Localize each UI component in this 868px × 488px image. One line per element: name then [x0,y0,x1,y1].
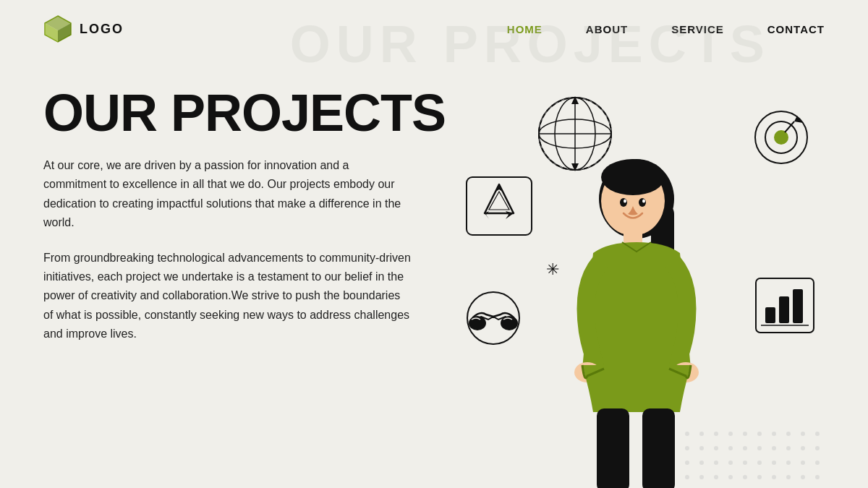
svg-rect-37 [597,408,629,488]
svg-point-39 [620,198,627,207]
nav-contact[interactable]: CONTACT [767,23,825,35]
svg-point-43 [685,432,689,436]
chart-icon [752,275,817,339]
svg-point-61 [801,446,805,450]
svg-rect-26 [765,307,775,323]
svg-point-54 [699,446,704,450]
svg-point-77 [743,475,747,479]
svg-point-50 [786,432,791,436]
svg-point-70 [786,461,791,465]
description-paragraph-1: At our core, we are driven by a passion … [43,156,412,233]
svg-point-65 [714,461,718,465]
nav-service[interactable]: SERVICE [671,23,724,35]
svg-point-42 [642,200,645,203]
svg-point-69 [772,461,776,465]
svg-point-55 [714,446,718,450]
svg-point-63 [685,461,689,465]
nav-home[interactable]: HOME [507,23,542,35]
target-icon [752,108,810,169]
main-nav: HOME ABOUT SERVICE CONTACT [507,23,825,35]
svg-point-67 [743,461,747,465]
svg-point-58 [757,446,762,450]
svg-rect-38 [642,408,675,488]
svg-point-82 [815,475,820,479]
svg-rect-28 [793,289,803,323]
svg-point-56 [728,446,733,450]
svg-point-46 [728,432,733,436]
svg-point-64 [699,461,704,465]
svg-rect-27 [779,296,789,323]
svg-point-59 [772,446,776,450]
svg-point-53 [685,446,689,450]
svg-point-51 [801,432,805,436]
svg-point-33 [601,159,665,195]
svg-point-41 [624,200,626,203]
recycle-icon [463,174,535,241]
nav-about[interactable]: ABOUT [586,23,628,35]
svg-point-15 [774,130,788,145]
svg-point-47 [743,432,747,436]
logo-icon [43,14,72,43]
svg-point-79 [772,475,776,479]
logo-area: LOGO [43,14,124,43]
svg-point-71 [801,461,805,465]
logo-text: LOGO [80,22,124,37]
svg-point-49 [772,432,776,436]
svg-point-81 [801,475,805,479]
svg-point-40 [639,198,646,207]
svg-point-78 [757,475,762,479]
main-content: OUR PROJECTS At our core, we are driven … [0,58,868,484]
svg-point-62 [815,446,820,450]
svg-point-45 [714,432,718,436]
svg-point-52 [815,432,820,436]
svg-point-75 [714,475,718,479]
right-illustration: ✳ [448,80,825,484]
svg-point-68 [757,461,762,465]
svg-point-73 [685,475,689,479]
description-paragraph-2: From groundbreaking technological advanc… [43,249,412,344]
svg-point-57 [743,446,747,450]
left-content: OUR PROJECTS At our core, we are driven … [43,80,448,484]
svg-point-66 [728,461,733,465]
svg-point-44 [699,432,704,436]
svg-point-80 [786,475,791,479]
svg-point-76 [728,475,733,479]
header: LOGO HOME ABOUT SERVICE CONTACT [0,0,868,58]
handshake-icon [456,289,532,350]
svg-marker-17 [794,116,803,123]
page-title: OUR PROJECTS [43,87,448,139]
svg-point-74 [699,475,704,479]
svg-point-72 [815,461,820,465]
svg-point-60 [786,446,791,450]
svg-point-48 [757,432,762,436]
bottom-decoration-dots [680,427,825,484]
